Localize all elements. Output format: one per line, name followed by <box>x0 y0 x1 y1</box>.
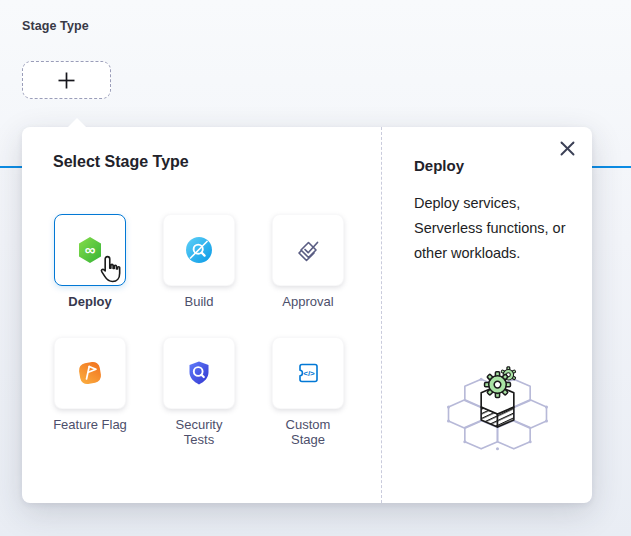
stage-option-approval: Approval <box>272 214 344 309</box>
approval-diamond-check-icon <box>294 236 322 264</box>
stage-option-custom-stage: </> Custom Stage <box>272 337 344 447</box>
svg-text:∞: ∞ <box>85 241 96 258</box>
stage-tile-custom-stage[interactable]: </> <box>272 337 344 409</box>
hexagon-honeycomb-gear-sketch <box>430 365 565 463</box>
detail-description: Deploy services, Serverless functions, o… <box>414 191 582 266</box>
feature-flag-icon <box>76 359 104 387</box>
stage-detail-panel: Deploy Deploy services, Serverless funct… <box>382 127 592 503</box>
select-stage-type-dialog: Select Stage Type ∞ Deploy <box>22 127 592 503</box>
close-icon <box>560 141 575 156</box>
stage-tile-label: Build <box>160 294 238 309</box>
stage-tile-label: Feature Flag <box>51 417 129 432</box>
cd-hexagon-infinity-icon: ∞ <box>76 236 104 264</box>
stage-option-deploy: ∞ Deploy <box>54 214 126 309</box>
stage-tile-approval[interactable] <box>272 214 344 286</box>
plus-icon <box>57 71 76 90</box>
stage-tile-label: Security Tests <box>160 417 238 447</box>
ci-circle-magnifier-icon <box>185 236 213 264</box>
custom-stage-code-icon: </> <box>294 359 322 387</box>
add-stage-button[interactable] <box>22 61 111 99</box>
stage-tile-label: Custom Stage <box>269 417 347 447</box>
stage-option-build: Build <box>163 214 235 309</box>
stage-tile-build[interactable] <box>163 214 235 286</box>
stage-type-grid: ∞ Deploy Build <box>54 214 344 447</box>
stage-tile-security-tests[interactable] <box>163 337 235 409</box>
stage-tile-label: Deploy <box>51 294 129 309</box>
stage-tile-feature-flag[interactable] <box>54 337 126 409</box>
dialog-title: Select Stage Type <box>53 153 189 171</box>
stage-option-feature-flag: Feature Flag <box>54 337 126 447</box>
stage-tile-label: Approval <box>269 294 347 309</box>
stage-type-label: Stage Type <box>22 19 89 33</box>
svg-text:</>: </> <box>303 369 315 378</box>
security-shield-icon <box>185 359 213 387</box>
close-button[interactable] <box>557 138 577 158</box>
stage-tile-deploy[interactable]: ∞ <box>54 214 126 286</box>
stage-option-security-tests: Security Tests <box>163 337 235 447</box>
detail-title: Deploy <box>414 157 464 174</box>
